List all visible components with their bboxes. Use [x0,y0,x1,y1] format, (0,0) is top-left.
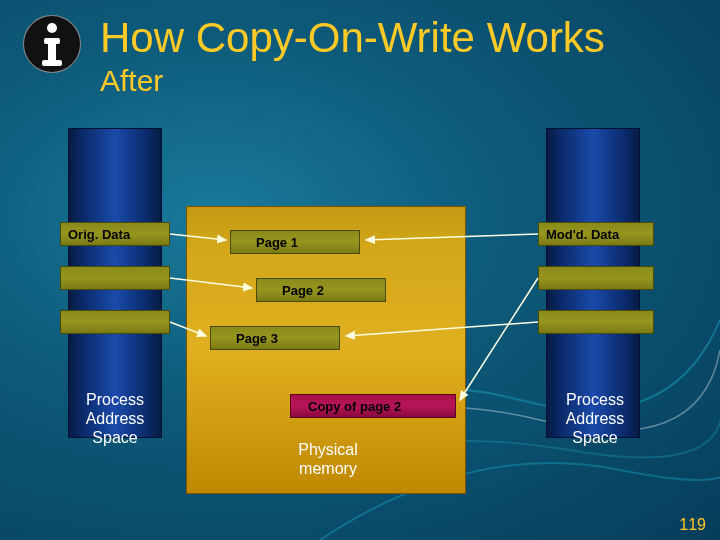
slide-title: How Copy-On-Write Works [100,14,605,62]
right-page3-ref-band [538,310,654,334]
left-page3-ref-band [60,310,170,334]
left-page2-ref-band [60,266,170,290]
page-3-label: Page 3 [236,331,278,346]
info-icon [20,12,84,76]
svg-line-11 [460,278,538,400]
right-modd-data-label: Mod'd. Data [546,227,619,242]
page-1-label: Page 1 [256,235,298,250]
copy-page-2-label: Copy of page 2 [308,399,401,414]
svg-point-2 [47,23,57,33]
page-2-label: Page 2 [282,283,324,298]
right-page2-ref-band [538,266,654,290]
center-caption: Physical memory [268,440,388,478]
right-caption: Process Address Space [540,390,650,448]
slide-subtitle: After [100,64,163,98]
left-orig-data-label: Orig. Data [68,227,130,242]
page-number: 119 [679,516,706,534]
svg-rect-4 [48,38,56,62]
left-caption: Process Address Space [60,390,170,448]
svg-rect-5 [42,60,62,66]
